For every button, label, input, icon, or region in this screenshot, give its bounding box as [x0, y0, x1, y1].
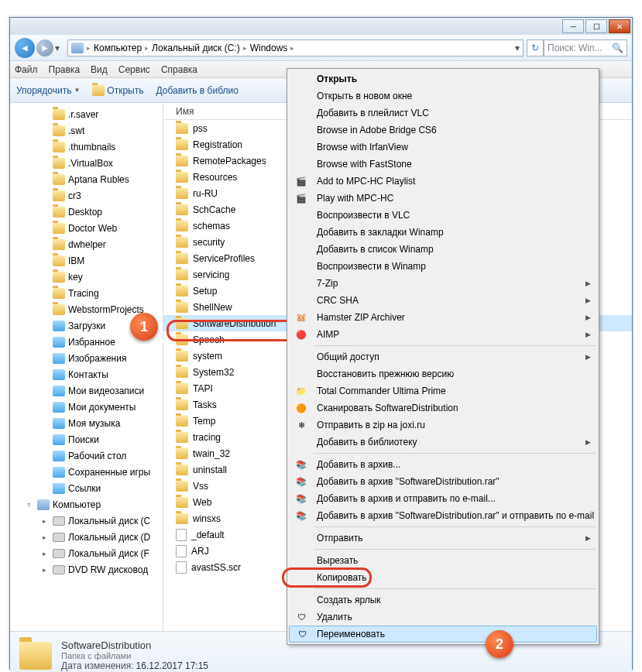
context-menu-item[interactable]: Восстановить прежнюю версию [289, 365, 597, 382]
context-menu-item[interactable]: 🐹Hamster ZIP Archiver▶ [289, 309, 597, 326]
tree-item[interactable]: ▸DVD RW дисковод [10, 561, 163, 578]
context-menu-item[interactable]: Общий доступ▶ [289, 348, 597, 365]
context-menu-item[interactable]: Добавить в список Winamp [289, 241, 597, 258]
tree-item[interactable]: .r.saver [10, 106, 163, 122]
context-menu-item[interactable]: Вырезать [289, 552, 597, 569]
history-dropdown[interactable]: ▾ [55, 43, 64, 53]
context-menu-item[interactable]: Browse with IrfanView [289, 139, 597, 156]
context-menu-item[interactable]: 📁Total Commander Ultima Prime [289, 382, 597, 399]
breadcrumb-computer[interactable]: Компьютер [94, 43, 142, 53]
tree-item[interactable]: key [10, 269, 163, 285]
context-menu-item[interactable]: Воспроизвести в VLC [289, 207, 597, 224]
menu-help[interactable]: Справка [161, 64, 197, 75]
context-menu-item[interactable]: 🛡Переименовать [289, 626, 597, 643]
tree-item[interactable]: .swt [10, 122, 163, 139]
context-menu-item[interactable]: 📚Добавить в архив "SoftwareDistribution.… [289, 507, 597, 524]
tree-item[interactable]: Сохраненные игры [10, 464, 163, 480]
submenu-arrow-icon: ▶ [585, 314, 591, 321]
close-button[interactable]: ✕ [609, 19, 630, 33]
context-menu-item[interactable]: Добавить в библиотеку▶ [289, 434, 597, 451]
context-menu-item[interactable]: Воспроизвести в Winamp [289, 258, 597, 275]
menu-item-icon: 📚 [295, 458, 307, 471]
context-menu-item[interactable]: Отправить▶ [289, 530, 597, 547]
tree-item[interactable]: Мои документы [10, 399, 163, 415]
tree-item[interactable]: dwhelper [10, 236, 163, 252]
tree-item[interactable]: Aptana Rubles [10, 171, 163, 187]
tree-item[interactable]: ▿Компьютер [10, 496, 163, 513]
context-menu-item[interactable]: CRC SHA▶ [289, 292, 597, 309]
context-menu-separator [314, 345, 596, 346]
tree-item[interactable]: Изображения [10, 350, 163, 366]
add-to-library-button[interactable]: Добавить в библио [156, 85, 238, 96]
folder-icon [176, 188, 188, 199]
tree-item[interactable]: Doctor Web [10, 220, 163, 236]
expand-icon[interactable]: ▸ [43, 550, 50, 557]
address-dropdown-icon[interactable]: ▾ [515, 43, 520, 53]
open-button[interactable]: Открыть [92, 85, 143, 96]
list-item-label: avastSS.scr [191, 562, 241, 573]
context-menu-item[interactable]: Browse in Adobe Bridge CS6 [289, 122, 597, 139]
search-input[interactable]: Поиск: Win... 🔍 [544, 39, 627, 57]
menu-edit[interactable]: Правка [49, 64, 81, 75]
list-item-label: security [193, 237, 225, 248]
tree-item[interactable]: Контакты [10, 366, 163, 382]
context-menu-item[interactable]: ❄Отправить в zip на joxi.ru [289, 417, 597, 434]
menu-file[interactable]: Файл [15, 64, 38, 75]
breadcrumb-windows[interactable]: Windows [250, 43, 288, 53]
tree-item[interactable]: cr3 [10, 187, 163, 204]
tree-item[interactable]: Ссылки [10, 480, 163, 496]
menu-tools[interactable]: Сервис [118, 64, 150, 75]
tree-item[interactable]: ▸Локальный диск (C [10, 513, 163, 529]
tree-item[interactable]: Рабочий стол [10, 447, 163, 464]
minimize-button[interactable]: ─ [562, 19, 584, 33]
back-button[interactable]: ◄ [15, 38, 35, 58]
forward-button[interactable]: ► [36, 39, 53, 57]
context-menu-item[interactable]: Добавить в плейлист VLC [289, 105, 597, 122]
tree-item[interactable]: Моя музыка [10, 415, 163, 431]
breadcrumb-drive[interactable]: Локальный диск (C:) [152, 43, 240, 53]
context-menu-item[interactable]: Создать ярлык [289, 591, 597, 609]
maximize-button[interactable]: ☐ [585, 19, 607, 33]
context-menu-item[interactable]: 🟠Сканировать SoftwareDistribution [289, 399, 597, 417]
context-menu-separator [314, 526, 596, 527]
context-menu-item[interactable]: 🔴AIMP▶ [289, 326, 597, 343]
navigation-tree[interactable]: .r.saver.swt.thumbnails.VirtualBoxAptana… [10, 103, 163, 631]
tree-item[interactable]: Tracing [10, 285, 163, 301]
context-menu-item[interactable]: 📚Добавить в архив и отправить по e-mail.… [289, 490, 597, 507]
tree-item[interactable]: Поиски [10, 431, 163, 447]
context-menu-item[interactable]: 📚Добавить в архив... [289, 456, 597, 473]
menu-view[interactable]: Вид [91, 64, 108, 75]
folder-icon [92, 85, 105, 96]
address-bar[interactable]: ▸ Компьютер ▸ Локальный диск (C:) ▸ Wind… [67, 39, 524, 57]
context-menu-item[interactable]: 📚Добавить в архив "SoftwareDistribution.… [289, 473, 597, 490]
context-menu-item[interactable]: Добавить в закладки Winamp [289, 224, 597, 241]
special-icon [53, 337, 65, 348]
tree-item[interactable]: ▸Локальный диск (F [10, 545, 163, 561]
list-item-label: SoftwareDistribution [193, 318, 276, 329]
expand-icon[interactable]: ▸ [43, 566, 50, 574]
menu-item-label: Восстановить прежнюю версию [317, 369, 454, 379]
expand-icon[interactable]: ▸ [43, 533, 50, 541]
context-menu-item[interactable]: Открыть в новом окне [289, 87, 597, 105]
expand-icon[interactable]: ▸ [43, 517, 50, 525]
expand-icon[interactable]: ▿ [27, 501, 34, 509]
refresh-button[interactable]: ↻ [527, 39, 544, 57]
tree-item[interactable]: .thumbnails [10, 139, 163, 155]
context-menu-item[interactable]: 🎬Add to MPC-HC Playlist [289, 173, 597, 190]
tree-item[interactable]: ▸Локальный диск (D [10, 529, 163, 545]
context-menu-item[interactable]: 🛡Удалить [289, 609, 597, 626]
list-item-label: TAPI [193, 383, 213, 394]
folder-icon [53, 142, 65, 153]
context-menu-item[interactable]: Копировать [289, 569, 597, 586]
details-name: SoftwareDistribution [61, 639, 208, 651]
folder-icon [53, 255, 65, 266]
context-menu-item[interactable]: 🎬Play with MPC-HC [289, 190, 597, 207]
tree-item[interactable]: Desktop [10, 204, 163, 220]
tree-item[interactable]: .VirtualBox [10, 155, 163, 171]
organize-button[interactable]: Упорядочить ▼ [16, 85, 80, 96]
context-menu-item[interactable]: Открыть [289, 70, 597, 87]
context-menu-item[interactable]: 7-Zip▶ [289, 275, 597, 292]
tree-item[interactable]: IBM [10, 252, 163, 269]
context-menu-item[interactable]: Browse with FastStone [289, 156, 597, 173]
tree-item[interactable]: Мои видеозаписи [10, 382, 163, 399]
